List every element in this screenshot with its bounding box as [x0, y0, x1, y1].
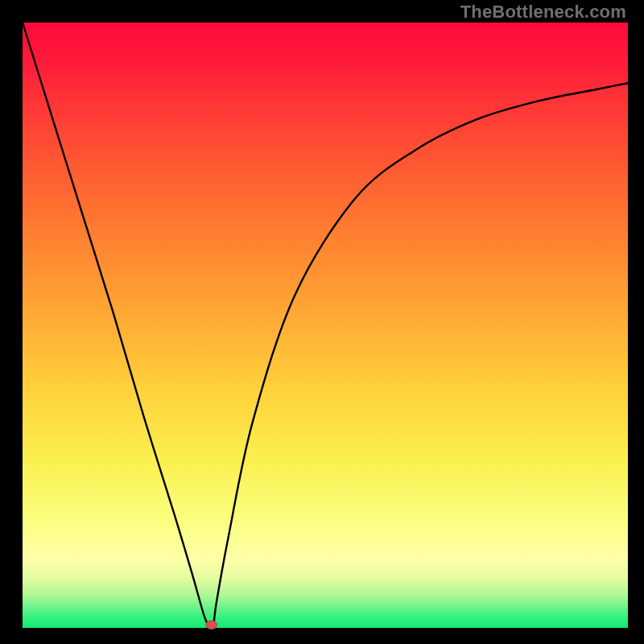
chart-container: TheBottleneck.com [0, 0, 644, 644]
chart-svg [0, 0, 644, 644]
plot-area [23, 23, 628, 628]
minimum-marker [206, 621, 217, 630]
watermark-text: TheBottleneck.com [460, 2, 626, 23]
